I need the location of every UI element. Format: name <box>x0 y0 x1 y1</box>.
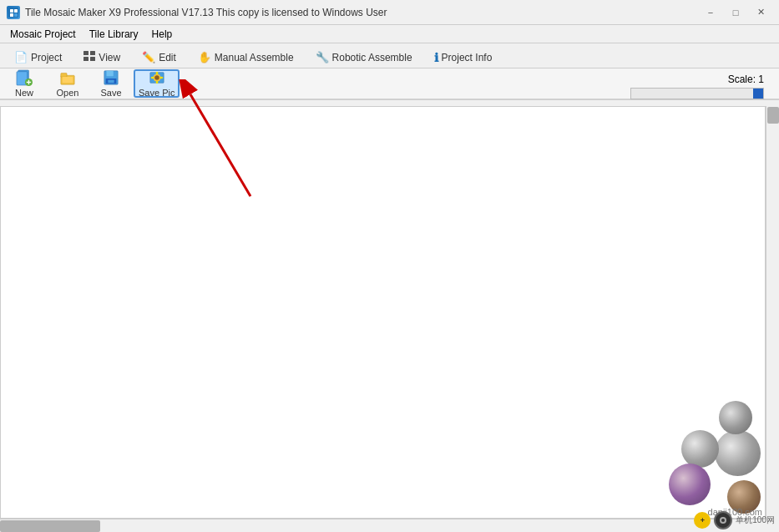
circle-4 <box>669 464 711 505</box>
svg-rect-16 <box>63 77 73 83</box>
decorative-circles <box>656 418 765 518</box>
svg-rect-5 <box>83 51 89 55</box>
tab-manual-assemble-label: Manual Assemble <box>215 52 294 63</box>
app-icon <box>7 6 20 19</box>
new-icon <box>16 69 33 86</box>
svg-rect-4 <box>14 13 18 17</box>
svg-rect-20 <box>108 80 114 84</box>
new-button-label: New <box>15 88 33 98</box>
save-pic-icon <box>149 69 165 86</box>
circle-5 <box>727 480 761 514</box>
scrollbar-vertical[interactable] <box>766 106 779 519</box>
svg-point-26 <box>150 77 154 79</box>
tab-robotic-assemble-label: Robotic Assemble <box>332 52 412 63</box>
save-button[interactable]: Save <box>90 69 132 98</box>
view-tab-icon <box>83 51 95 63</box>
tab-project[interactable]: 📄 Project <box>3 46 73 68</box>
scrollbar-horizontal-thumb[interactable] <box>0 520 100 532</box>
svg-rect-7 <box>83 57 89 61</box>
svg-point-25 <box>155 81 158 84</box>
robotic-assemble-icon: 🔧 <box>316 51 329 63</box>
manual-assemble-icon: ✋ <box>198 51 211 63</box>
scale-bar-fill <box>753 89 763 99</box>
menu-bar: Mosaic Project Tile Library Help <box>0 25 779 43</box>
tab-edit-label: Edit <box>159 52 176 63</box>
scale-bar <box>630 88 764 99</box>
scale-area: Scale: 1 <box>728 73 764 85</box>
tab-project-info-label: Project Info <box>442 52 493 63</box>
edit-tab-icon: ✏️ <box>142 51 155 63</box>
svg-rect-15 <box>61 73 67 78</box>
tab-project-label: Project <box>31 52 62 63</box>
ribbon-tabs: 📄 Project View ✏️ Edit ✋ Manual Assemble… <box>0 43 779 68</box>
tab-manual-assemble[interactable]: ✋ Manual Assemble <box>187 46 305 68</box>
open-icon <box>59 69 76 86</box>
circle-3 <box>719 401 752 434</box>
menu-help[interactable]: Help <box>145 25 180 43</box>
window-title: Tile Mosaic Maker X9 Professional V17.13… <box>25 7 699 18</box>
svg-point-27 <box>159 77 163 79</box>
svg-rect-1 <box>10 9 13 13</box>
circle-1 <box>715 430 761 476</box>
tab-robotic-assemble[interactable]: 🔧 Robotic Assemble <box>305 46 423 68</box>
project-info-icon: ℹ <box>434 51 438 64</box>
scale-label: Scale: 1 <box>728 73 764 85</box>
save-pic-button-label: Save Pic <box>139 88 175 98</box>
project-tab-icon: 📄 <box>14 51 28 63</box>
circle-2 <box>681 430 719 468</box>
svg-point-24 <box>155 72 158 75</box>
svg-rect-3 <box>10 13 13 17</box>
tab-view[interactable]: View <box>73 46 131 68</box>
tab-project-info[interactable]: ℹ Project Info <box>423 46 503 68</box>
restore-button[interactable]: □ <box>724 4 747 21</box>
tab-edit[interactable]: ✏️ Edit <box>131 46 187 68</box>
svg-point-23 <box>154 75 159 79</box>
tab-view-label: View <box>99 52 120 63</box>
close-button[interactable]: ✕ <box>749 4 772 21</box>
window-controls: − □ ✕ <box>699 4 772 21</box>
minimize-button[interactable]: − <box>699 4 722 21</box>
svg-rect-6 <box>90 51 95 55</box>
svg-rect-2 <box>14 9 18 13</box>
scrollbar-vertical-thumb[interactable] <box>767 107 779 124</box>
save-pic-button[interactable]: Save Pic <box>134 69 180 98</box>
save-button-label: Save <box>100 88 121 98</box>
open-button[interactable]: Open <box>47 69 89 98</box>
svg-rect-18 <box>107 71 114 76</box>
save-icon <box>103 69 119 86</box>
open-button-label: Open <box>57 88 79 98</box>
main-canvas <box>0 106 766 519</box>
scrollbar-horizontal[interactable] <box>0 519 766 532</box>
menu-tile-library[interactable]: Tile Library <box>83 25 145 43</box>
menu-mosaic-project[interactable]: Mosaic Project <box>3 25 83 43</box>
svg-rect-8 <box>90 57 95 61</box>
title-bar: Tile Mosaic Maker X9 Professional V17.13… <box>0 0 779 25</box>
new-button[interactable]: New <box>3 69 45 98</box>
